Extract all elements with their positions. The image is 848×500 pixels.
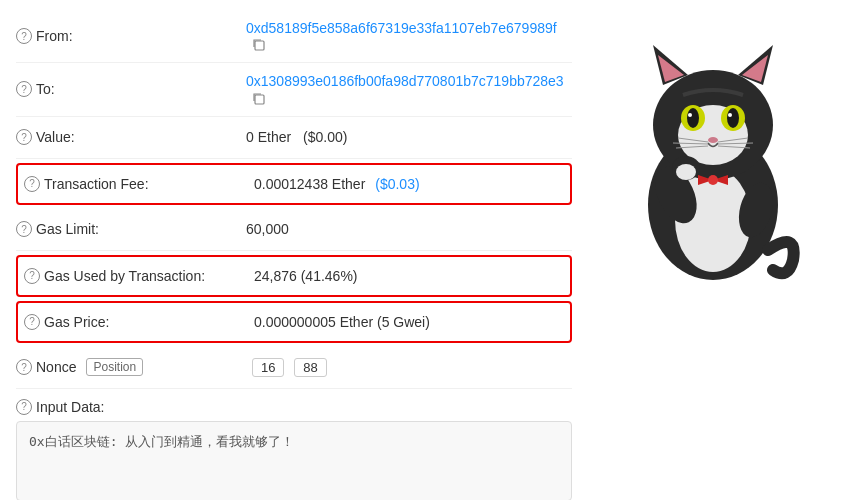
svg-point-16 (708, 137, 718, 143)
gas-limit-help-icon[interactable]: ? (16, 221, 32, 237)
input-data-row: ? Input Data: 0x白话区块链: 从入门到精通，看我就够了！ Vie… (16, 389, 572, 500)
gas-price-row: ? Gas Price: 0.000000005 Ether (5 Gwei) (16, 301, 572, 343)
svg-point-14 (727, 108, 739, 128)
to-help-icon[interactable]: ? (16, 81, 32, 97)
gas-limit-row: ? Gas Limit: 60,000 (16, 209, 572, 251)
nonce-value2: 88 (294, 358, 326, 377)
value-help-icon[interactable]: ? (16, 129, 32, 145)
txfee-amount: 0.00012438 Ether (254, 176, 365, 192)
gas-used-help-icon[interactable]: ? (24, 268, 40, 284)
from-row: ? From: 0xd58189f5e858a6f67319e33fa1107e… (16, 10, 572, 63)
svg-point-12 (688, 113, 692, 117)
nonce-help-icon[interactable]: ? (16, 359, 32, 375)
cat-illustration-panel (588, 10, 848, 500)
svg-point-29 (708, 175, 718, 185)
gas-limit-value: 60,000 (246, 221, 289, 237)
nonce-position-badge: Position (86, 358, 143, 376)
gas-price-help-icon[interactable]: ? (24, 314, 40, 330)
gas-used-label: Gas Used by Transaction: (44, 268, 205, 284)
svg-point-15 (728, 113, 732, 117)
gas-used-value: 24,876 (41.46%) (254, 268, 358, 284)
txfee-help-icon[interactable]: ? (24, 176, 40, 192)
to-row: ? To: 0x1308993e0186fb00fa98d770801b7c71… (16, 63, 572, 116)
nonce-value1: 16 (252, 358, 284, 377)
nonce-label: Nonce (36, 359, 76, 375)
gas-price-value: 0.000000005 Ether (5 Gwei) (254, 314, 430, 330)
to-copy-icon[interactable] (252, 92, 266, 106)
svg-point-11 (687, 108, 699, 128)
cat-illustration (608, 10, 828, 290)
value-amount: 0 Ether (246, 129, 291, 145)
value-label: Value: (36, 129, 75, 145)
svg-rect-0 (255, 41, 264, 50)
cat-svg (608, 10, 818, 290)
svg-rect-1 (255, 95, 264, 104)
svg-point-26 (676, 164, 696, 180)
transaction-fee-row: ? Transaction Fee: 0.00012438 Ether ($0.… (16, 163, 572, 205)
from-copy-icon[interactable] (252, 38, 266, 52)
to-address-link[interactable]: 0x1308993e0186fb00fa98d770801b7c719bb728… (246, 73, 564, 89)
from-address-link[interactable]: 0xd58189f5e858a6f67319e33fa1107eb7e67998… (246, 20, 557, 36)
nonce-row: ? Nonce Position 16 88 (16, 347, 572, 389)
gas-limit-label: Gas Limit: (36, 221, 99, 237)
txfee-label: Transaction Fee: (44, 176, 149, 192)
to-label: To: (36, 81, 55, 97)
from-label: From: (36, 28, 73, 44)
input-data-label: Input Data: (36, 399, 105, 415)
value-row: ? Value: 0 Ether ($0.00) (16, 117, 572, 159)
value-usd: ($0.00) (303, 129, 347, 145)
gas-used-row: ? Gas Used by Transaction: 24,876 (41.46… (16, 255, 572, 297)
input-data-help-icon[interactable]: ? (16, 399, 32, 415)
input-data-content: 0x白话区块链: 从入门到精通，看我就够了！ (16, 421, 572, 500)
from-help-icon[interactable]: ? (16, 28, 32, 44)
txfee-usd: ($0.03) (375, 176, 419, 192)
gas-price-label: Gas Price: (44, 314, 109, 330)
